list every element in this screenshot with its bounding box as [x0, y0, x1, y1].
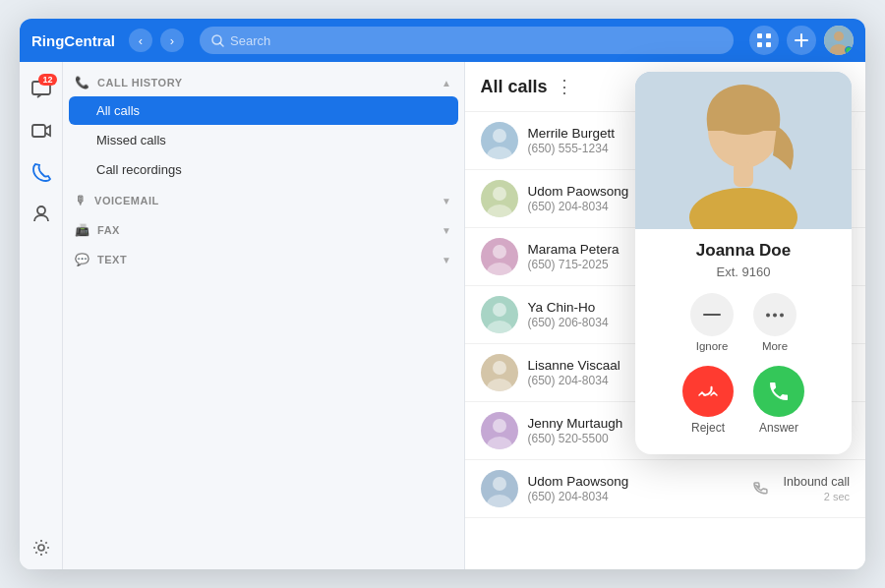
nav-back-button[interactable]: ‹ [129, 29, 152, 52]
call-avatar [481, 470, 518, 507]
svg-rect-5 [766, 42, 771, 47]
sidebar-section-call-history: 📞 CALL HISTORY ▲ All calls Missed calls … [63, 70, 464, 184]
ignore-icon-circle [690, 293, 734, 336]
sidebar-item-call-recordings[interactable]: Call recordings [69, 155, 458, 184]
svg-point-29 [487, 437, 512, 449]
answer-icon-circle [753, 366, 804, 417]
caller-name: Joanna Doe [651, 241, 836, 261]
reject-icon-circle [682, 366, 734, 417]
ignore-button[interactable]: Ignore [690, 293, 734, 352]
svg-point-20 [493, 187, 506, 201]
reject-icon [696, 380, 720, 403]
call-avatar [481, 296, 518, 333]
sidebar-icon-video[interactable] [24, 113, 59, 148]
svg-point-39 [773, 313, 777, 317]
svg-point-9 [834, 31, 844, 41]
answer-label: Answer [759, 421, 798, 435]
caller-ext: Ext. 9160 [651, 265, 836, 279]
video-icon [30, 120, 52, 142]
ignore-icon [703, 313, 721, 317]
sidebar-section-text: 💬 TEXT ▼ [63, 247, 464, 272]
phone-icon [30, 161, 52, 183]
voicemail-header[interactable]: 🎙 VOICEMAIL ▼ [63, 188, 464, 213]
search-icon [211, 34, 224, 47]
sidebar-icon-settings[interactable] [24, 530, 59, 565]
top-bar: RingCentral ‹ › Search [20, 19, 865, 62]
call-avatar [481, 180, 518, 217]
call-history-label: CALL HISTORY [97, 77, 182, 88]
svg-rect-2 [757, 33, 762, 38]
more-button[interactable]: More [753, 293, 796, 352]
call-secondary-actions: Ignore More [651, 293, 836, 352]
svg-point-27 [487, 379, 512, 391]
svg-rect-36 [734, 162, 753, 187]
call-history-chevron: ▲ [442, 78, 451, 88]
svg-rect-3 [766, 33, 771, 38]
user-avatar[interactable] [824, 26, 854, 55]
svg-point-23 [487, 263, 512, 275]
call-history-header[interactable]: 📞 CALL HISTORY ▲ [63, 70, 464, 95]
sidebar-nav: 📞 CALL HISTORY ▲ All calls Missed calls … [63, 62, 465, 569]
voicemail-chevron: ▼ [442, 196, 451, 206]
svg-point-28 [493, 419, 506, 433]
nav-forward-button[interactable]: › [160, 29, 184, 52]
fax-icon: 📠 [75, 223, 90, 237]
call-avatar [481, 354, 518, 391]
voicemail-icon: 🎙 [75, 194, 88, 207]
more-icon-circle [753, 293, 796, 336]
call-list-item[interactable]: Udom Paowsong (650) 204-8034 Inbound cal… [465, 460, 866, 518]
search-placeholder: Search [230, 33, 270, 48]
grid-button[interactable] [749, 26, 779, 55]
svg-point-30 [493, 477, 506, 491]
app-logo: RingCentral [31, 32, 115, 49]
svg-rect-12 [32, 125, 45, 137]
call-avatar [481, 238, 518, 275]
online-indicator [845, 46, 853, 54]
reject-button[interactable]: Reject [682, 366, 734, 435]
more-options-button[interactable]: ⋮ [556, 76, 573, 97]
svg-line-1 [220, 42, 224, 46]
caller-photo-image [635, 72, 852, 229]
svg-point-31 [487, 495, 512, 507]
text-label: TEXT [97, 254, 127, 265]
add-icon [795, 33, 808, 47]
svg-point-18 [493, 129, 506, 143]
call-info: Udom Paowsong (650) 204-8034 [528, 474, 742, 503]
fax-header[interactable]: 📠 FAX ▼ [63, 217, 464, 243]
sidebar-icon-contacts[interactable] [24, 196, 59, 231]
more-icon [766, 313, 784, 318]
ignore-label: Ignore [696, 340, 729, 352]
text-header[interactable]: 💬 TEXT ▼ [63, 247, 464, 272]
svg-point-26 [493, 361, 506, 375]
app-window: RingCentral ‹ › Search [20, 19, 865, 569]
call-avatar [481, 122, 518, 159]
svg-point-22 [493, 245, 506, 259]
call-name: Udom Paowsong [528, 474, 742, 489]
sidebar-item-all-calls[interactable]: All calls [69, 96, 458, 125]
sidebar-icons: 12 [20, 62, 63, 569]
sidebar-icon-phone[interactable] [24, 154, 59, 190]
fax-chevron: ▼ [442, 225, 451, 236]
svg-rect-37 [703, 314, 721, 316]
call-status: Inbound call 2 sec [784, 475, 850, 502]
messages-badge: 12 [38, 74, 56, 86]
add-button[interactable] [787, 26, 816, 55]
call-history-icon: 📞 [75, 76, 90, 89]
svg-point-19 [487, 147, 512, 159]
text-icon: 💬 [75, 253, 90, 266]
reject-label: Reject [691, 421, 725, 435]
answer-button[interactable]: Answer [753, 366, 804, 435]
svg-point-21 [487, 205, 512, 217]
call-type-label: Inbound call [784, 475, 850, 489]
top-bar-right [749, 26, 854, 55]
search-bar[interactable]: Search [200, 27, 734, 54]
sidebar-item-missed-calls[interactable]: Missed calls [69, 126, 458, 154]
call-number: (650) 204-8034 [528, 490, 742, 503]
svg-point-14 [38, 545, 44, 551]
call-list-title: All calls [481, 77, 548, 97]
voicemail-label: VOICEMAIL [94, 195, 159, 206]
sidebar-icon-messages[interactable]: 12 [24, 72, 59, 107]
svg-point-40 [780, 313, 784, 317]
sidebar-section-voicemail: 🎙 VOICEMAIL ▼ [63, 188, 464, 213]
contacts-icon [30, 203, 52, 224]
